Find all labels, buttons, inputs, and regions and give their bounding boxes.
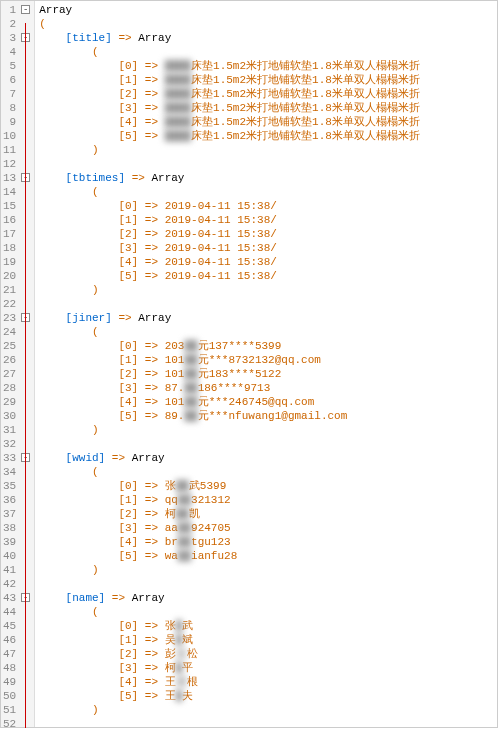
- code-line: [jiner] => Array: [39, 311, 497, 325]
- line-number: 7: [3, 87, 16, 101]
- line-number: 25: [3, 339, 16, 353]
- code-line: [wwid] => Array: [39, 451, 497, 465]
- code-line: [1] => 101██元***8732132@qq.com: [39, 353, 497, 367]
- code-line: Array: [39, 3, 497, 17]
- line-number: 33: [3, 451, 16, 465]
- code-line: ): [39, 563, 497, 577]
- line-number: 37: [3, 507, 16, 521]
- line-number: 36: [3, 493, 16, 507]
- line-number: 10: [3, 129, 16, 143]
- code-line: [2] => 柯██凯: [39, 507, 497, 521]
- line-number: 11: [3, 143, 16, 157]
- line-number: 12: [3, 157, 16, 171]
- code-line: (: [39, 325, 497, 339]
- code-line: [5] => ████床垫1.5m2米打地铺软垫1.8米单双人榻榻米折: [39, 129, 497, 143]
- line-number: 52: [3, 717, 16, 728]
- line-number: 8: [3, 101, 16, 115]
- line-number: 39: [3, 535, 16, 549]
- code-line: [3] => 2019-04-11 15:38/: [39, 241, 497, 255]
- code-line: [0] => 203██元137****5399: [39, 339, 497, 353]
- code-line: [2] => 彭文松: [39, 647, 497, 661]
- line-number: 27: [3, 367, 16, 381]
- line-number: 15: [3, 199, 16, 213]
- code-line: [39, 577, 497, 591]
- code-line: [39, 297, 497, 311]
- line-number: 4: [3, 45, 16, 59]
- code-line: [3] => aa██924705: [39, 521, 497, 535]
- line-number: 2: [3, 17, 16, 31]
- code-line: [1] => qq██321312: [39, 493, 497, 507]
- fold-toggle-icon[interactable]: -: [21, 5, 30, 14]
- code-line: [title] => Array: [39, 31, 497, 45]
- code-line: [4] => br██tgu123: [39, 535, 497, 549]
- line-number: 6: [3, 73, 16, 87]
- line-number: 19: [3, 255, 16, 269]
- line-number: 28: [3, 381, 16, 395]
- fold-column: ------: [20, 1, 35, 727]
- line-number: 22: [3, 297, 16, 311]
- code-line: [2] => ████床垫1.5m2米打地铺软垫1.8米单双人榻榻米折: [39, 87, 497, 101]
- code-line: ): [39, 143, 497, 157]
- code-line: [4] => 2019-04-11 15:38/: [39, 255, 497, 269]
- line-number: 41: [3, 563, 16, 577]
- code-line: [5] => 2019-04-11 15:38/: [39, 269, 497, 283]
- line-number: 14: [3, 185, 16, 199]
- line-number: 35: [3, 479, 16, 493]
- code-line: [39, 437, 497, 451]
- line-number: 9: [3, 115, 16, 129]
- code-line: [5] => 王█夫: [39, 689, 497, 703]
- code-line: [4] => 王厨根: [39, 675, 497, 689]
- code-line: [4] => ████床垫1.5m2米打地铺软垫1.8米单双人榻榻米折: [39, 115, 497, 129]
- code-line: [0] => 张██武5399: [39, 479, 497, 493]
- code-line: [1] => 2019-04-11 15:38/: [39, 213, 497, 227]
- code-line: [1] => 吴█斌: [39, 633, 497, 647]
- line-number: 20: [3, 269, 16, 283]
- code-line: [3] => 87.██186****9713: [39, 381, 497, 395]
- line-number: 29: [3, 395, 16, 409]
- code-line: [5] => wa██ianfu28: [39, 549, 497, 563]
- code-line: (: [39, 605, 497, 619]
- line-number: 21: [3, 283, 16, 297]
- line-number: 40: [3, 549, 16, 563]
- code-line: [name] => Array: [39, 591, 497, 605]
- line-number: 46: [3, 633, 16, 647]
- line-number: 45: [3, 619, 16, 633]
- line-number: 34: [3, 465, 16, 479]
- code-line: [2] => 2019-04-11 15:38/: [39, 227, 497, 241]
- line-number: 44: [3, 605, 16, 619]
- code-line: [39, 717, 497, 727]
- line-number: 30: [3, 409, 16, 423]
- code-line: (: [39, 465, 497, 479]
- line-number: 49: [3, 675, 16, 689]
- code-line: [tbtimes] => Array: [39, 171, 497, 185]
- code-line: [0] => 张█武: [39, 619, 497, 633]
- line-number: 38: [3, 521, 16, 535]
- line-number: 23: [3, 311, 16, 325]
- line-number: 13: [3, 171, 16, 185]
- fold-guide-line: [25, 23, 26, 728]
- line-number: 47: [3, 647, 16, 661]
- code-line: [5] => 89.██元***nfuwang1@gmail.com: [39, 409, 497, 423]
- code-line: ): [39, 423, 497, 437]
- line-number: 24: [3, 325, 16, 339]
- code-line: [0] => ████床垫1.5m2米打地铺软垫1.8米单双人榻榻米折: [39, 59, 497, 73]
- code-line: [4] => 101██元***246745@qq.com: [39, 395, 497, 409]
- line-number: 3: [3, 31, 16, 45]
- line-number: 1: [3, 3, 16, 17]
- line-number: 26: [3, 353, 16, 367]
- code-line: [2] => 101██元183****5122: [39, 367, 497, 381]
- line-number: 42: [3, 577, 16, 591]
- code-line: (: [39, 45, 497, 59]
- code-line: ): [39, 703, 497, 717]
- code-line: ): [39, 283, 497, 297]
- line-number: 31: [3, 423, 16, 437]
- code-line: (: [39, 185, 497, 199]
- line-number: 18: [3, 241, 16, 255]
- line-number: 17: [3, 227, 16, 241]
- code-line: (: [39, 17, 497, 31]
- code-line: [3] => ████床垫1.5m2米打地铺软垫1.8米单双人榻榻米折: [39, 101, 497, 115]
- line-number: 5: [3, 59, 16, 73]
- code-editor: 1234567891011121314151617181920212223242…: [0, 0, 498, 728]
- line-number-gutter: 1234567891011121314151617181920212223242…: [1, 1, 20, 727]
- line-number: 16: [3, 213, 16, 227]
